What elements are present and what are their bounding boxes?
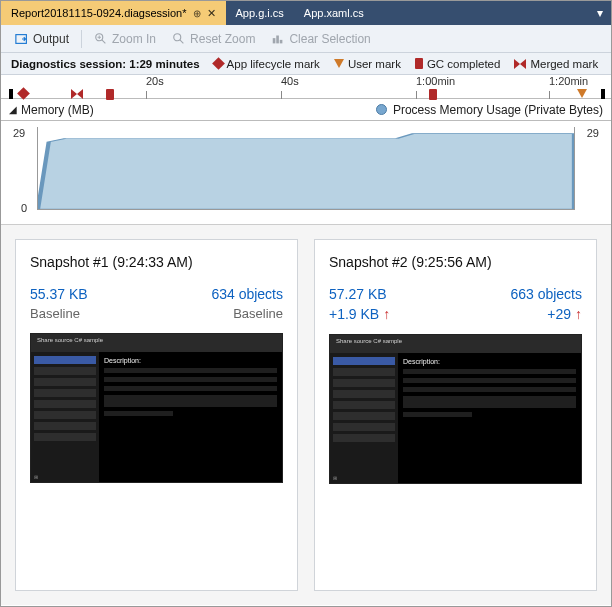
- snapshot-objects-link[interactable]: 634 objects: [211, 286, 283, 302]
- lifecycle-marker: [19, 89, 28, 98]
- pin-icon[interactable]: ⊕: [193, 8, 201, 19]
- snapshot-title: Snapshot #1 (9:24:33 AM): [30, 254, 283, 270]
- snapshot-objects-link[interactable]: 663 objects: [510, 286, 582, 302]
- snapshot-card-1[interactable]: Snapshot #1 (9:24:33 AM) 55.37 KB 634 ob…: [15, 239, 298, 591]
- merged-marker: [71, 89, 83, 99]
- chart-plot-area: [37, 127, 575, 210]
- gc-marker: [429, 89, 437, 100]
- ruler-end: [601, 89, 605, 99]
- legend-dot-icon: [376, 104, 387, 115]
- tab-label: App.g.i.cs: [236, 7, 284, 19]
- output-button[interactable]: Output: [9, 30, 75, 48]
- toolbar: Output Zoom In Reset Zoom Clear Selectio…: [1, 25, 611, 53]
- y-zero: 0: [21, 202, 27, 214]
- svg-rect-7: [273, 38, 276, 43]
- up-arrow-icon: ↑: [383, 306, 390, 322]
- output-label: Output: [33, 32, 69, 46]
- memory-legend: Process Memory Usage (Private Bytes): [376, 103, 603, 117]
- clear-selection-icon: [271, 32, 285, 46]
- clear-selection-button: Clear Selection: [265, 30, 376, 48]
- svg-line-6: [180, 39, 184, 43]
- lifecycle-mark-legend: App lifecycle mark: [214, 58, 320, 70]
- ruler-start: [9, 89, 13, 99]
- snapshot-card-2[interactable]: Snapshot #2 (9:25:56 AM) 57.27 KB 663 ob…: [314, 239, 597, 591]
- reset-zoom-label: Reset Zoom: [190, 32, 255, 46]
- memory-chart[interactable]: 29 29 0: [1, 121, 611, 225]
- merge-icon: [514, 59, 526, 69]
- clear-selection-label: Clear Selection: [289, 32, 370, 46]
- tab-app-xaml-cs[interactable]: App.xaml.cs: [294, 1, 374, 25]
- memory-title: Memory (MB): [21, 103, 94, 117]
- gc-icon: [415, 58, 423, 69]
- output-icon: [15, 32, 29, 46]
- snapshot-size-link[interactable]: 57.27 KB: [329, 286, 387, 302]
- tab-label: Report20181115-0924.diagsession*: [11, 7, 187, 19]
- zoom-in-button: Zoom In: [88, 30, 162, 48]
- reset-zoom-icon: [172, 32, 186, 46]
- separator: [81, 30, 82, 48]
- svg-line-2: [102, 39, 106, 43]
- snapshot-baseline-left: Baseline: [30, 306, 80, 321]
- snapshot-baseline-right: Baseline: [233, 306, 283, 321]
- snapshot-thumbnail: Share source C# sample Description: ⊞: [329, 334, 582, 484]
- tab-label: App.xaml.cs: [304, 7, 364, 19]
- snapshot-size-link[interactable]: 55.37 KB: [30, 286, 88, 302]
- tab-app-g-i-cs[interactable]: App.g.i.cs: [226, 1, 294, 25]
- snapshot-title: Snapshot #2 (9:25:56 AM): [329, 254, 582, 270]
- y-tick-right: 29: [587, 127, 599, 139]
- session-label: Diagnostics session: 1:29 minutes: [11, 58, 200, 70]
- memory-panel-header[interactable]: ◢ Memory (MB) Process Memory Usage (Priv…: [1, 99, 611, 121]
- up-arrow-icon: ↑: [575, 306, 582, 322]
- svg-rect-9: [280, 39, 283, 43]
- collapse-icon[interactable]: ◢: [9, 104, 17, 115]
- tab-report[interactable]: Report20181115-0924.diagsession* ⊕ ✕: [1, 1, 226, 25]
- svg-rect-8: [277, 35, 280, 43]
- snapshot-delta-objects[interactable]: +29↑: [547, 306, 582, 322]
- tab-overflow-button[interactable]: ▾: [589, 1, 611, 25]
- gc-marker: [106, 89, 114, 100]
- zoom-in-icon: [94, 32, 108, 46]
- snapshot-thumbnail: Share source C# sample Description: ⊞: [30, 333, 283, 483]
- reset-zoom-button: Reset Zoom: [166, 30, 261, 48]
- triangle-down-icon: [334, 59, 344, 68]
- y-tick-left: 29: [13, 127, 25, 139]
- tab-bar: Report20181115-0924.diagsession* ⊕ ✕ App…: [1, 1, 611, 25]
- diamond-icon: [212, 57, 225, 70]
- snapshot-delta-size[interactable]: +1.9 KB↑: [329, 306, 390, 322]
- close-icon[interactable]: ✕: [207, 7, 216, 20]
- area-path: [38, 127, 574, 209]
- gc-mark-legend: GC completed: [415, 58, 501, 70]
- merged-mark-legend: Merged mark: [514, 58, 598, 70]
- svg-point-5: [174, 33, 181, 40]
- zoom-in-label: Zoom In: [112, 32, 156, 46]
- user-marker: [577, 89, 587, 98]
- timeline-ruler[interactable]: 20s 40s 1:00min 1:20min: [1, 75, 611, 99]
- status-bar: Diagnostics session: 1:29 minutes App li…: [1, 53, 611, 75]
- user-mark-legend: User mark: [334, 58, 401, 70]
- snapshot-list: Snapshot #1 (9:24:33 AM) 55.37 KB 634 ob…: [1, 225, 611, 605]
